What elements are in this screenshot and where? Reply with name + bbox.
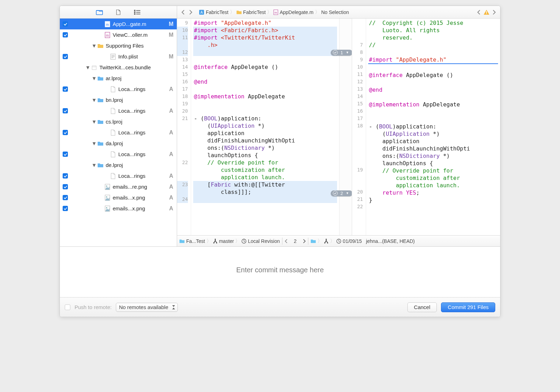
left-repo-label: Fa...Test <box>186 238 205 244</box>
left-repo-crumb[interactable]: Fa...Test 〉 master 〉 Local Revision <box>177 238 282 244</box>
cancel-button[interactable]: Cancel <box>407 302 437 312</box>
commit-message-input[interactable] <box>60 247 500 297</box>
file-row[interactable]: Loca...ringsA <box>60 127 177 138</box>
svg-point-31 <box>326 239 327 240</box>
file-row[interactable]: emails...x.pngA <box>60 203 177 214</box>
svg-point-20 <box>106 207 107 208</box>
file-status: A <box>167 173 175 179</box>
file-row[interactable]: ▼TwitterKit...ces.bundle <box>60 62 177 73</box>
disclosure-triangle-icon[interactable]: ▼ <box>86 64 90 70</box>
issue-next-button[interactable] <box>490 8 498 16</box>
file-status: M <box>167 32 175 38</box>
file-checkbox[interactable] <box>63 32 68 37</box>
file-icon <box>110 130 116 136</box>
folder-view-icon[interactable] <box>96 9 103 15</box>
file-row[interactable]: Loca...ringsA <box>60 170 177 181</box>
file-row[interactable]: ▼de.lproj <box>60 160 177 170</box>
file-label: Info.plist <box>118 54 167 59</box>
breadcrumb-project[interactable]: A FabricTest <box>198 9 229 15</box>
file-label: cs.lproj <box>106 119 167 125</box>
upper-split: mAppD...gate.mMmViewC...oller.mM▼Support… <box>60 6 500 246</box>
disclosure-triangle-icon[interactable]: ▼ <box>92 75 96 81</box>
pager-number: 2 <box>289 238 302 244</box>
file-status: A <box>167 195 175 201</box>
file-row[interactable]: ▼ar.lproj <box>60 73 177 84</box>
svg-rect-4 <box>136 12 140 13</box>
right-code: // Copyright (c) 2015 Jesse Luoto. All r… <box>366 19 500 235</box>
file-checkbox[interactable] <box>63 184 68 189</box>
file-sidebar: mAppD...gate.mMmViewC...oller.mM▼Support… <box>60 6 177 246</box>
disclosure-triangle-icon[interactable]: ▼ <box>92 140 96 146</box>
file-row[interactable]: ▼Supporting Files <box>60 40 177 51</box>
nav-forward-button[interactable] <box>187 8 195 16</box>
file-row[interactable]: emails...x.pngA <box>60 192 177 203</box>
png-icon <box>104 195 111 201</box>
file-checkbox[interactable] <box>63 195 68 200</box>
document-view-icon[interactable] <box>115 9 122 15</box>
file-row[interactable]: ▼cs.lproj <box>60 116 177 127</box>
branch-icon <box>213 239 218 244</box>
svg-point-16 <box>106 186 107 187</box>
svg-rect-13 <box>112 56 115 57</box>
breadcrumb-selection[interactable]: No Selection <box>321 9 350 15</box>
disclosure-triangle-icon[interactable]: ▼ <box>92 97 96 103</box>
push-to-remote-checkbox[interactable] <box>65 304 70 310</box>
sidebar-file-list[interactable]: mAppD...gate.mMmViewC...oller.mM▼Support… <box>60 19 177 246</box>
file-label: TwitterKit...ces.bundle <box>99 64 167 70</box>
svg-rect-3 <box>134 12 135 13</box>
bottom-jump-bar: Fa...Test 〉 master 〉 Local Revision 2 <box>177 235 500 246</box>
file-row[interactable]: ▼da.lproj <box>60 138 177 149</box>
svg-point-33 <box>327 242 328 243</box>
disclosure-triangle-icon[interactable]: ▼ <box>92 162 96 168</box>
breadcrumb-group[interactable]: FabricTest <box>236 9 267 15</box>
file-checkbox[interactable] <box>63 86 68 92</box>
file-row[interactable]: mAppD...gate.mM <box>60 19 177 29</box>
branch-icon <box>324 239 329 244</box>
remote-select[interactable]: No remotes available <box>116 303 178 312</box>
file-row[interactable]: Loca...ringsA <box>60 84 177 94</box>
commit-button[interactable]: Commit 291 Files <box>441 302 495 312</box>
left-line-numbers: 9101112131415161718192021222324 <box>177 19 191 235</box>
file-label: Loca...rings <box>118 108 167 114</box>
warning-icon[interactable] <box>483 8 490 16</box>
clock-icon <box>336 239 341 244</box>
file-row[interactable]: Info.plistM <box>60 51 177 62</box>
file-label: de.lproj <box>106 162 167 168</box>
file-status: A <box>167 184 175 190</box>
file-row[interactable]: mViewC...oller.mM <box>60 29 177 40</box>
file-label: bn.lproj <box>106 97 167 103</box>
file-checkbox[interactable] <box>63 21 68 27</box>
file-row[interactable]: Loca...ringsA <box>60 105 177 116</box>
flat-view-icon[interactable] <box>134 9 141 15</box>
svg-point-29 <box>216 242 217 243</box>
right-diff-pane[interactable]: 78910111213141516171819202122 // Copyrig… <box>352 19 500 235</box>
disclosure-triangle-icon[interactable]: ▼ <box>92 119 96 125</box>
svg-text:A: A <box>201 10 203 14</box>
file-checkbox[interactable] <box>63 54 68 59</box>
file-checkbox[interactable] <box>63 173 68 178</box>
left-diff-pane[interactable]: 9101112131415161718192021222324 #import … <box>177 19 352 235</box>
jump-bar: A FabricTest 〉 FabricTest 〉 m AppDelegat… <box>177 6 500 19</box>
file-checkbox[interactable] <box>63 206 68 211</box>
nav-back-button[interactable] <box>179 8 187 16</box>
breadcrumb-file[interactable]: m AppDelegate.m <box>273 9 314 15</box>
pager-next-button[interactable] <box>303 239 306 243</box>
file-row[interactable]: ▼bn.lproj <box>60 94 177 105</box>
sidebar-toolbar <box>60 6 177 19</box>
file-checkbox[interactable] <box>63 152 68 157</box>
right-repo-crumb[interactable]: 〉 〉 01/09/15 jehna...(BASE, HEAD) <box>308 238 417 244</box>
issue-prev-button[interactable] <box>475 8 483 16</box>
file-row[interactable]: emails...re.pngA <box>60 181 177 192</box>
file-checkbox[interactable] <box>63 130 68 135</box>
folder-blue-icon <box>97 75 104 82</box>
diff-hunk-badge[interactable]: 1▼ <box>332 49 352 56</box>
plist-icon <box>110 54 116 60</box>
pager-prev-button[interactable] <box>285 239 288 243</box>
file-checkbox[interactable] <box>63 108 68 113</box>
file-row[interactable]: Loca...ringsA <box>60 149 177 160</box>
diff-hunk-badge[interactable]: 2▼ <box>332 190 352 196</box>
disclosure-triangle-icon[interactable]: ▼ <box>92 43 96 49</box>
breadcrumb-project-label: FabricTest <box>206 9 229 15</box>
file-status: A <box>167 205 175 212</box>
breadcrumb-group-label: FabricTest <box>243 9 266 15</box>
